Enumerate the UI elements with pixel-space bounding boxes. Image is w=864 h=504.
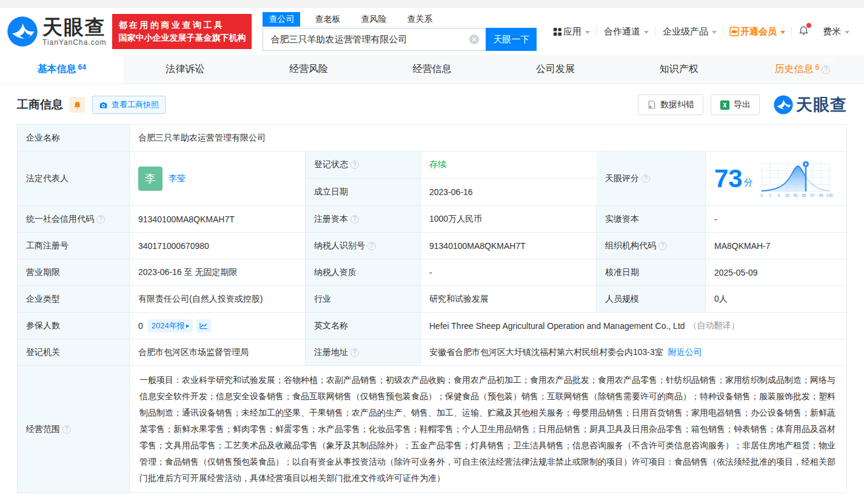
table-row: 登记机关 合肥市包河区市场监督管理局 注册地址 ? 安徽省合肥市包河区大圩镇沈福…	[18, 339, 846, 366]
tianyancha-logo-icon	[6, 15, 39, 48]
tab-label: 公司发展	[536, 63, 575, 76]
company-type-label: 企业类型	[18, 286, 130, 313]
table-row: 法定代表人 李 李莹 登记状态 ? 存续 成立日期 2023-06-16 天眼评…	[18, 151, 846, 206]
help-icon[interactable]: ?	[350, 161, 359, 169]
nav-open-vip[interactable]: 开通会员	[729, 26, 785, 38]
search-tab-company[interactable]: 查公司	[263, 12, 300, 27]
reg-status-label: 登记状态 ?	[306, 151, 421, 179]
annual-report-button[interactable]: 2024年报	[148, 319, 193, 333]
page-tabbar: 基本信息 64 法律诉讼 经营风险 经营信息 公司发展 知识产权 VIP 历史信…	[0, 55, 864, 84]
nav-cooperation[interactable]: 合作通道	[603, 26, 649, 38]
search-tab-risk[interactable]: 查风险	[355, 12, 392, 27]
section-actions: 数据纠错 导出 天眼查	[638, 94, 847, 116]
score-label: 天眼评分 ?	[597, 151, 706, 206]
tab-operation-risk[interactable]: 经营风险	[247, 55, 370, 84]
legal-rep-link[interactable]: 李莹	[169, 173, 186, 184]
help-icon[interactable]: ?	[350, 215, 359, 224]
logo-domain: TianYanCha.com	[42, 38, 106, 47]
table-row: 工商注册号 340171000670980 纳税人识别号 ? 91340100M…	[18, 233, 846, 259]
chevron-down-icon	[845, 31, 849, 34]
tianyancha-watermark: 天眼查	[773, 94, 847, 116]
insured-trend-button[interactable]	[196, 319, 211, 333]
taxpayer-quality-value: -	[421, 259, 597, 286]
tab-basic-info[interactable]: 基本信息 64	[0, 55, 124, 84]
staff-size-label: 人员规模	[597, 286, 706, 313]
help-icon[interactable]: ?	[96, 215, 105, 224]
help-icon[interactable]: ?	[367, 242, 376, 250]
industry-value: 研究和试验发展	[421, 286, 597, 313]
english-name-label: 英文名称	[306, 313, 421, 339]
company-search-input[interactable]	[263, 28, 486, 51]
help-icon[interactable]: ?	[658, 242, 667, 250]
tab-history-info[interactable]: VIP 历史信息 6 ?	[740, 55, 864, 84]
help-icon[interactable]: ?	[62, 425, 71, 434]
insured-count: 0	[138, 321, 143, 331]
section-title: 工商信息	[17, 97, 63, 113]
scope-label: 经营范围 ?	[18, 366, 130, 493]
search-tab-relation[interactable]: 查关系	[401, 12, 438, 27]
reg-number-value: 340171000670980	[130, 233, 306, 259]
tab-legal-proceedings[interactable]: 法律诉讼	[124, 55, 247, 84]
snapshot-button[interactable]: 查看工商快照	[92, 96, 166, 114]
address-value: 安徽省合肥市包河区大圩镇沈福村第六村民组村委会内103-3室 附近公司	[421, 339, 846, 366]
org-code-label-text: 组织机构代码	[605, 240, 656, 251]
staff-size-value: 0人	[706, 286, 846, 313]
export-label: 导出	[734, 99, 751, 110]
nearby-companies-link[interactable]: 附近公司	[668, 347, 702, 358]
insured-label: 参保人数	[18, 313, 130, 339]
table-row: 经营范围 ? 一般项目：农业科学研究和试验发展；谷物种植；农副产品销售；初级农产…	[18, 366, 846, 493]
tab-label: 基本信息	[38, 63, 76, 76]
search-button[interactable]: 天眼一下	[486, 28, 537, 51]
nav-divider	[596, 27, 597, 36]
reg-status-label-text: 登记状态	[314, 159, 348, 170]
approval-date-label: 核准日期	[597, 259, 706, 286]
taxpayer-quality-label: 纳税人资质	[306, 259, 421, 286]
chevron-down-icon	[780, 31, 785, 34]
legal-rep-label: 法定代表人	[18, 151, 130, 206]
excel-icon	[720, 100, 730, 110]
search-tab-boss[interactable]: 查老板	[309, 12, 346, 27]
tianyancha-logo[interactable]: 天眼查 TianYanCha.com	[6, 15, 106, 48]
tab-label: 经营信息	[413, 63, 452, 76]
nav-apps[interactable]: 应用	[553, 26, 590, 38]
tab-label: 经营风险	[289, 63, 328, 76]
nav-enterprise-products-label: 企业级产品	[663, 26, 708, 38]
registry-label: 登记机关	[18, 339, 130, 366]
help-icon[interactable]: ?	[641, 174, 650, 183]
reg-capital-label-text: 注册资本	[314, 214, 348, 225]
help-icon[interactable]: ?	[822, 65, 830, 74]
clear-input-icon[interactable]	[469, 34, 480, 45]
logo-text: 天眼查 TianYanCha.com	[42, 17, 106, 47]
help-icon[interactable]: ?	[350, 348, 359, 357]
tab-count: 6	[815, 63, 819, 71]
logo-title: 天眼查	[42, 17, 106, 38]
est-date-label: 成立日期	[306, 179, 421, 206]
line-chart-icon	[199, 322, 208, 330]
address-text: 安徽省合肥市包河区大圩镇沈福村第六村民组村委会内103-3室	[429, 347, 663, 358]
tab-operation-info[interactable]: 经营信息	[370, 55, 494, 84]
chevron-down-icon	[585, 31, 590, 34]
vip-badge: VIP	[820, 56, 836, 64]
nav-cooperation-label: 合作通道	[604, 26, 640, 38]
reg-number-label: 工商注册号	[18, 233, 130, 259]
grid-icon	[553, 27, 562, 36]
nav-enterprise-products[interactable]: 企业级产品	[661, 26, 717, 38]
brand-tagline: 都在用的商业查询工具 国家中小企业发展子基金旗下机构	[112, 14, 252, 49]
tianyancha-logo-icon	[773, 94, 794, 115]
score-distribution-chart: 0 1 3 15 50 85 97 99 100	[757, 159, 839, 199]
tagline-line2: 国家中小企业发展子基金旗下机构	[118, 31, 246, 44]
search-input-wrap	[263, 28, 486, 51]
subscribe-bell-button[interactable]	[69, 97, 85, 113]
company-type-value: 有限责任公司(自然人投资或控股)	[130, 286, 306, 313]
uscc-label-text: 统一社会信用代码	[26, 214, 94, 225]
notifications-bell[interactable]	[798, 25, 809, 38]
tab-intellectual-property[interactable]: 知识产权	[617, 55, 741, 84]
export-button[interactable]: 导出	[711, 94, 760, 115]
data-correction-button[interactable]: 数据纠错	[638, 94, 703, 115]
tab-company-development[interactable]: 公司发展	[494, 55, 617, 84]
business-term-value: 2023-06-16 至 无固定期限	[130, 259, 306, 286]
avatar: 李	[138, 167, 162, 191]
table-row: 参保人数 0 2024年报 英文名称 Hefei Three Sheep Agr…	[18, 313, 846, 339]
nav-user[interactable]: 费米	[822, 26, 849, 38]
search-row: 天眼一下	[263, 28, 537, 51]
